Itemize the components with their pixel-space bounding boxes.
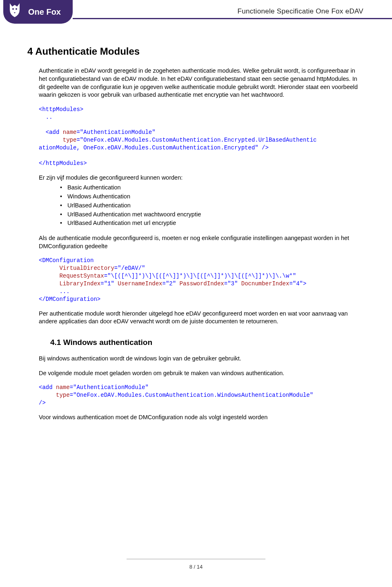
fox-icon bbox=[8, 2, 21, 18]
section-heading: 4 Authenticatie Modules bbox=[27, 45, 361, 58]
page-content: 4 Authenticatie Modules Authenticatie in… bbox=[39, 45, 361, 428]
svg-point-1 bbox=[16, 8, 17, 10]
section-intro: Authenticatie in eDAV wordt geregeld in … bbox=[39, 67, 361, 99]
sub-p1: Bij windows authentication wordt de wind… bbox=[39, 355, 361, 363]
module-list: Basic Authentication Windows Authenticat… bbox=[39, 183, 361, 228]
list-item: Basic Authentication bbox=[60, 183, 361, 192]
code-httpmodules: <httpModules> .. <add name="Authenticati… bbox=[39, 106, 361, 167]
sub-p2: De volgende module moet geladen worden o… bbox=[39, 369, 361, 378]
config-note: Als de authenticatie module geconfiguree… bbox=[39, 234, 361, 250]
list-item: UrlBased Authentication met wachtwoord e… bbox=[60, 210, 361, 219]
doc-title: Functionele Specificatie One Fox eDAV bbox=[238, 7, 363, 16]
section-title: Authenticatie Modules bbox=[35, 46, 140, 57]
per-module-para: Per authenticatie module wordt hieronder… bbox=[39, 310, 361, 326]
code-windows-module: <add name="AuthenticationModule" type="O… bbox=[39, 384, 361, 407]
list-item: Windows Authentication bbox=[60, 192, 361, 201]
list-item: UrlBased Authentication bbox=[60, 201, 361, 210]
subsection-heading: 4.1 Windows authentication bbox=[50, 337, 361, 348]
code-dmconfiguration: <DMConfiguration VirtualDirectory="/eDAV… bbox=[39, 257, 361, 303]
page-header: One Fox Functionele Specificatie One Fox… bbox=[0, 0, 392, 33]
footer-rule bbox=[127, 559, 265, 559]
logo-text: One Fox bbox=[28, 7, 61, 17]
svg-point-0 bbox=[12, 8, 14, 10]
list-item: UrlBased Authentication met url encrypti… bbox=[60, 219, 361, 228]
page-number: 8 / 14 bbox=[0, 564, 392, 570]
header-rule bbox=[73, 18, 392, 19]
subsection-title: Windows authentication bbox=[63, 338, 152, 347]
section-number: 4 bbox=[27, 46, 33, 57]
sub-p3: Voor windows authentication moet de DMCo… bbox=[39, 414, 361, 422]
subsection-number: 4.1 bbox=[50, 338, 61, 347]
modules-intro: Er zijn vijf modules die geconfigureerd … bbox=[39, 174, 361, 182]
logo-badge: One Fox bbox=[3, 0, 73, 24]
